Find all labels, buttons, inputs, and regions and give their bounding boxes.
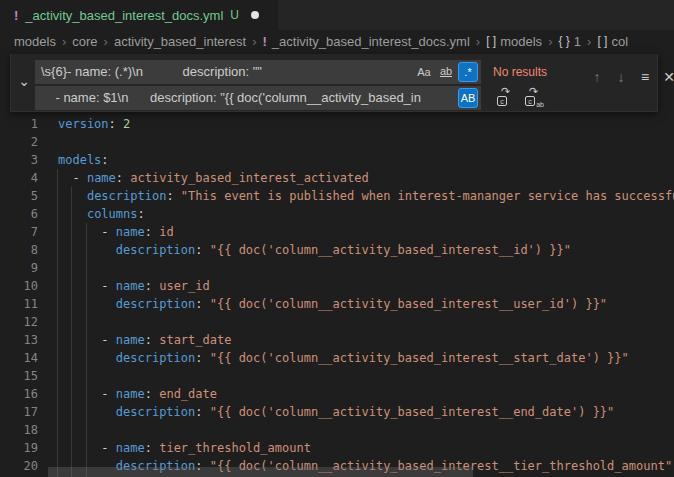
code-text: - name: activity_based_interest_activate… (58, 171, 369, 185)
git-status-badge: U (230, 8, 239, 22)
line-number[interactable]: 11 (0, 295, 38, 313)
code-line[interactable]: 18 (0, 421, 674, 439)
breadcrumb-item[interactable]: models (14, 34, 56, 49)
toggle-replace-chevron-icon[interactable]: ⌄ (15, 74, 33, 92)
replace-all-icon[interactable]: ↷ c ab (523, 88, 543, 108)
line-number[interactable]: 12 (0, 313, 38, 331)
chevron-right-icon: › (548, 34, 552, 49)
line-number[interactable]: 4 (0, 169, 38, 187)
close-button[interactable]: ✕ (657, 67, 674, 87)
breadcrumb-label: col (611, 34, 628, 49)
yaml-file-icon: ! (263, 34, 267, 49)
find-results-status: No results (493, 65, 547, 79)
code-line[interactable]: 7 - name: id (0, 223, 674, 241)
breadcrumb: models›core›activity_based_interest›!_ac… (0, 30, 674, 52)
replace-one-icon[interactable]: ↷ c (495, 88, 515, 108)
code-line[interactable]: 1version: 2 (0, 115, 674, 133)
line-number[interactable]: 17 (0, 403, 38, 421)
line-number[interactable]: 10 (0, 277, 38, 295)
whole-word-icon: ab (440, 66, 452, 77)
tab-title: _activity_based_interest_docs.yml (25, 8, 223, 23)
replace-action-icons: ↷ c ↷ c ab (495, 88, 543, 108)
line-number[interactable]: 20 (0, 457, 38, 475)
breadcrumb-item[interactable]: { }1 (558, 34, 581, 49)
replace-row: AB ↷ c ↷ c ab (35, 85, 543, 110)
preserve-case-icon: AB (461, 92, 476, 104)
whole-word-toggle[interactable]: ab (436, 62, 456, 82)
breadcrumb-label: models (14, 34, 56, 49)
line-number[interactable]: 3 (0, 151, 38, 169)
find-in-selection-button[interactable]: ≡ (633, 67, 657, 87)
code-text: description: "This event is published wh… (58, 189, 674, 203)
code-line[interactable]: 8 description: "{{ doc('column__activity… (0, 241, 674, 259)
breadcrumb-item[interactable]: activity_based_interest (114, 34, 246, 49)
code-line[interactable]: 3models: (0, 151, 674, 169)
dirty-indicator-icon[interactable] (251, 11, 259, 19)
code-line[interactable]: 15 (0, 367, 674, 385)
code-text: description: "{{ doc('column__activity_b… (58, 297, 607, 311)
code-line[interactable]: 19 - name: tier_threshold_amount (0, 439, 674, 457)
code-line[interactable]: 10 - name: user_id (0, 277, 674, 295)
code-line[interactable]: 16 - name: end_date (0, 385, 674, 403)
editor[interactable]: 1version: 223models:4 - name: activity_b… (0, 52, 674, 477)
code-line[interactable]: 5 description: "This event is published … (0, 187, 674, 205)
breadcrumb-label: _activity_based_interest_docs.yml (272, 34, 470, 49)
line-number[interactable]: 9 (0, 259, 38, 277)
code-text: description: "{{ doc('column__activity_b… (58, 351, 629, 365)
code-line[interactable]: 14 description: "{{ doc('column__activit… (0, 349, 674, 367)
indent-guide (71, 187, 72, 477)
find-row: Aa ab .* No results ↑ ↓ ≡ ✕ (35, 59, 547, 84)
breadcrumb-item[interactable]: [ ]col (597, 34, 628, 49)
line-number[interactable]: 6 (0, 205, 38, 223)
code-text: description: "{{ doc('column__activity_b… (58, 405, 614, 419)
code-text: version: 2 (58, 117, 130, 131)
tab-bar: ! _activity_based_interest_docs.yml U (0, 0, 674, 30)
line-number[interactable]: 13 (0, 331, 38, 349)
breadcrumb-item[interactable]: !_activity_based_interest_docs.yml (263, 34, 470, 49)
line-number[interactable]: 18 (0, 421, 38, 439)
symbol-kind-icon: [ ] (486, 34, 496, 48)
next-match-button[interactable]: ↓ (609, 67, 633, 87)
code-text: - name: start_date (58, 333, 231, 347)
replace-input[interactable] (35, 86, 481, 110)
regex-icon: .* (464, 66, 471, 78)
preserve-case-toggle[interactable]: AB (458, 88, 478, 108)
symbol-kind-icon: { } (558, 34, 569, 48)
horizontal-scrollbar[interactable] (48, 467, 473, 477)
line-number[interactable]: 14 (0, 349, 38, 367)
code-text: - name: user_id (58, 279, 210, 293)
line-number[interactable]: 16 (0, 385, 38, 403)
line-number[interactable]: 2 (0, 133, 38, 151)
line-number[interactable]: 15 (0, 367, 38, 385)
line-number[interactable]: 19 (0, 439, 38, 457)
indent-guide (57, 169, 58, 477)
match-case-toggle[interactable]: Aa (414, 62, 434, 82)
breadcrumb-item[interactable]: [ ]models (486, 34, 542, 49)
line-number[interactable]: 5 (0, 187, 38, 205)
code-text: - name: end_date (58, 387, 217, 401)
regex-toggle[interactable]: .* (458, 62, 478, 82)
match-case-icon: Aa (417, 66, 430, 78)
code-line[interactable]: 11 description: "{{ doc('column__activit… (0, 295, 674, 313)
code-line[interactable]: 2 (0, 133, 674, 151)
find-nav-icons: ↑ ↓ ≡ ✕ (585, 67, 674, 87)
code-text: description: "{{ doc('column__activity_b… (58, 243, 571, 257)
code-line[interactable]: 6 columns: (0, 205, 674, 223)
chevron-right-icon: › (587, 34, 591, 49)
find-replace-widget: ⌄ Aa ab .* No results ↑ ↓ ≡ ✕ (10, 54, 658, 112)
chevron-right-icon: › (252, 34, 256, 49)
symbol-kind-icon: [ ] (597, 34, 607, 48)
tab-active-file[interactable]: ! _activity_based_interest_docs.yml U (0, 0, 278, 30)
chevron-right-icon: › (62, 34, 66, 49)
breadcrumb-item[interactable]: core (72, 34, 97, 49)
code-line[interactable]: 13 - name: start_date (0, 331, 674, 349)
indent-guide (86, 223, 87, 477)
code-line[interactable]: 12 (0, 313, 674, 331)
line-number[interactable]: 7 (0, 223, 38, 241)
line-number[interactable]: 1 (0, 115, 38, 133)
code-line[interactable]: 17 description: "{{ doc('column__activit… (0, 403, 674, 421)
previous-match-button[interactable]: ↑ (585, 67, 609, 87)
code-line[interactable]: 9 (0, 259, 674, 277)
code-line[interactable]: 4 - name: activity_based_interest_activa… (0, 169, 674, 187)
line-number[interactable]: 8 (0, 241, 38, 259)
